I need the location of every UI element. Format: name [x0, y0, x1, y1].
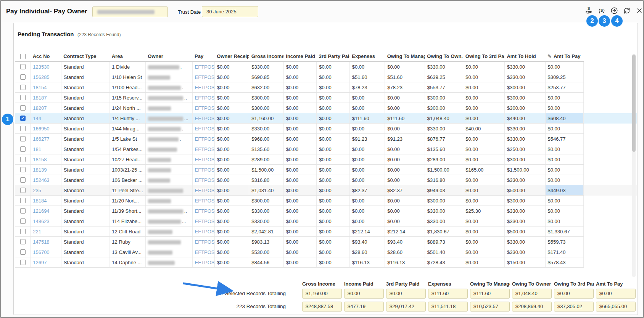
- cell-acc[interactable]: 181: [31, 144, 61, 154]
- trust-date-field[interactable]: 30 June 2025: [202, 6, 258, 17]
- row-checkbox[interactable]: [20, 239, 26, 244]
- cell-pay[interactable]: EFTPOS: [192, 72, 214, 82]
- row-checkbox[interactable]: [20, 116, 26, 121]
- cell-gross: $300.00: [249, 196, 283, 206]
- row-checkbox[interactable]: [20, 105, 26, 111]
- row-checkbox[interactable]: [20, 64, 26, 69]
- cell-acc[interactable]: 147518: [31, 237, 61, 247]
- row-checkbox[interactable]: [20, 167, 26, 172]
- cell-pay[interactable]: EFTPOS: [192, 226, 214, 237]
- cell-amt-pay[interactable]: $0.00: [545, 144, 584, 154]
- cell-pay[interactable]: EFTPOS: [192, 154, 214, 165]
- cell-pay[interactable]: EFTPOS: [192, 103, 214, 113]
- cell-pay[interactable]: EFTPOS: [192, 216, 214, 226]
- cell-acc[interactable]: 18158: [31, 154, 61, 165]
- transaction-row: 152463Standard106 Becker ...EFTPOS$0.00$…: [15, 175, 638, 185]
- row-checkbox[interactable]: [20, 188, 26, 193]
- cell-amt-pay[interactable]: $171.40: [545, 247, 584, 257]
- cell-pay[interactable]: EFTPOS: [192, 175, 214, 185]
- cell-amt-pay[interactable]: $608.40: [545, 113, 584, 124]
- cell-third-party: $0.00: [317, 72, 349, 82]
- cell-acc[interactable]: 18207: [31, 103, 61, 113]
- cell-income-paid: $0.00: [283, 175, 316, 185]
- row-checkbox[interactable]: [20, 260, 26, 265]
- cell-amt-pay[interactable]: $253.77: [545, 82, 584, 93]
- process-button[interactable]: [610, 7, 619, 16]
- cell-amt-pay[interactable]: $546.77: [545, 134, 584, 144]
- cell-pay[interactable]: EFTPOS: [192, 257, 214, 268]
- vertical-scrollbar[interactable]: [632, 54, 636, 277]
- cell-amt-pay[interactable]: $0.00: [545, 216, 584, 226]
- cell-amt-pay[interactable]: $0.00: [545, 124, 584, 134]
- row-checkbox[interactable]: [20, 218, 26, 224]
- redacted-input[interactable]: [92, 6, 168, 17]
- cell-amt-pay[interactable]: $0.00: [545, 154, 584, 165]
- cell-acc[interactable]: 221: [31, 226, 61, 237]
- row-checkbox[interactable]: [20, 126, 26, 131]
- cell-pay[interactable]: EFTPOS: [192, 124, 214, 134]
- cell-amt-pay[interactable]: $578.43: [545, 257, 584, 268]
- cell-amt-pay[interactable]: $0.00: [545, 175, 584, 185]
- cell-pay[interactable]: EFTPOS: [192, 62, 214, 72]
- cell-acc[interactable]: 123530: [31, 62, 61, 72]
- cell-amt-pay[interactable]: $559.73: [545, 237, 584, 247]
- close-button[interactable]: [635, 7, 644, 16]
- cell-amt-pay[interactable]: $309.25: [545, 72, 584, 82]
- row-checkbox[interactable]: [20, 177, 26, 183]
- cell-acc[interactable]: 166277: [31, 134, 61, 144]
- cell-acc[interactable]: 18139: [31, 165, 61, 175]
- refresh-button[interactable]: [622, 7, 631, 16]
- cell-amt-pay[interactable]: $0.00: [545, 165, 584, 175]
- cell-pay[interactable]: EFTPOS: [192, 113, 214, 124]
- cell-acc[interactable]: 156285: [31, 72, 61, 82]
- cell-expenses: $51.60: [349, 72, 385, 82]
- row-checkbox[interactable]: [20, 157, 26, 162]
- select-all-checkbox[interactable]: [20, 54, 26, 59]
- row-checkbox[interactable]: [20, 249, 26, 255]
- cell-owner-receipt: $0.00: [214, 113, 249, 124]
- row-checkbox[interactable]: [20, 208, 26, 214]
- cell-acc[interactable]: 235: [31, 185, 61, 196]
- cell-pay[interactable]: EFTPOS: [192, 206, 214, 216]
- cell-amt-pay[interactable]: $1,330.67: [545, 226, 584, 237]
- cell-pay[interactable]: EFTPOS: [192, 165, 214, 175]
- cell-acc[interactable]: 144: [31, 113, 61, 124]
- cell-pay[interactable]: EFTPOS: [192, 185, 214, 196]
- row-checkbox[interactable]: [20, 74, 26, 80]
- cell-owner: [145, 196, 192, 206]
- row-checkbox[interactable]: [20, 95, 26, 100]
- cell-pay[interactable]: EFTPOS: [192, 144, 214, 154]
- cell-acc[interactable]: 152463: [31, 175, 61, 185]
- cell-pay[interactable]: EFTPOS: [192, 237, 214, 247]
- cell-pay[interactable]: EFTPOS: [192, 134, 214, 144]
- pay-owner-button[interactable]: $: [584, 7, 594, 16]
- cell-amt-pay[interactable]: $0.00: [545, 62, 584, 72]
- row-checkbox[interactable]: [20, 85, 26, 90]
- row-checkbox[interactable]: [20, 136, 26, 141]
- cell-amt-pay[interactable]: $0.00: [545, 103, 584, 113]
- cell-amt-pay[interactable]: $0.00: [545, 206, 584, 216]
- cell-acc[interactable]: 156700: [31, 247, 61, 257]
- cell-acc[interactable]: 12697: [31, 257, 61, 268]
- cell-acc[interactable]: 121694: [31, 206, 61, 216]
- cell-acc[interactable]: 18154: [31, 82, 61, 93]
- row-select-cell: [15, 124, 31, 134]
- row-checkbox[interactable]: [20, 198, 26, 203]
- cell-pay[interactable]: EFTPOS: [192, 247, 214, 257]
- cell-acc[interactable]: 18187: [31, 93, 61, 103]
- cell-pay[interactable]: EFTPOS: [192, 196, 214, 206]
- cell-amt-pay[interactable]: $449.03: [545, 185, 584, 196]
- cell-pay[interactable]: EFTPOS: [192, 82, 214, 93]
- cell-acc[interactable]: 166950: [31, 124, 61, 134]
- cell-acc[interactable]: 148623: [31, 216, 61, 226]
- cell-amt-pay[interactable]: $0.00: [545, 196, 584, 206]
- cell-pay[interactable]: EFTPOS: [192, 93, 214, 103]
- cell-amt-pay[interactable]: $0.00: [545, 93, 584, 103]
- row-checkbox[interactable]: [20, 146, 26, 152]
- cell-income-paid: $0.00: [283, 226, 316, 237]
- cell-owing-owner: $300.00: [425, 93, 463, 103]
- receive-money-button[interactable]: $: [597, 7, 606, 16]
- cell-acc[interactable]: 18184: [31, 196, 61, 206]
- scrollbar-thumb[interactable]: [632, 55, 636, 152]
- row-checkbox[interactable]: [20, 229, 26, 234]
